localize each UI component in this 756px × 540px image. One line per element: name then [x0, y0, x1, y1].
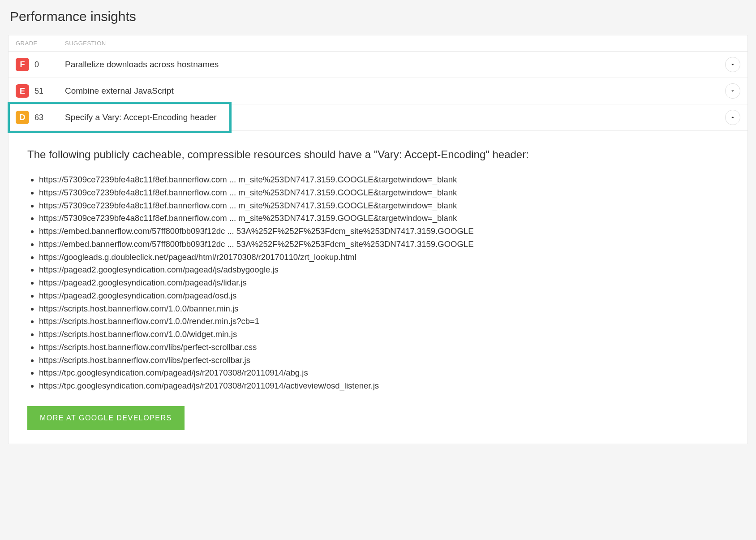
chevron-up-icon — [730, 114, 736, 121]
column-header-grade: GRADE — [16, 40, 65, 47]
list-item: https://scripts.host.bannerflow.com/libs… — [39, 341, 729, 354]
expand-toggle[interactable] — [725, 57, 740, 72]
list-item: https://57309ce7239bfe4a8c11f8ef.bannerf… — [39, 186, 729, 199]
chevron-down-icon — [730, 88, 736, 94]
list-item: https://scripts.host.bannerflow.com/1.0.… — [39, 315, 729, 328]
grade-score: 63 — [34, 113, 43, 122]
column-header-suggestion: SUGGESTION — [65, 40, 740, 47]
list-item: https://57309ce7239bfe4a8c11f8ef.bannerf… — [39, 212, 729, 225]
list-item: https://pagead2.googlesyndication.com/pa… — [39, 276, 729, 289]
suggestion-text: Specify a Vary: Accept-Encoding header — [65, 112, 720, 122]
list-item: https://57309ce7239bfe4a8c11f8ef.bannerf… — [39, 199, 729, 212]
list-item: https://pagead2.googlesyndication.com/pa… — [39, 264, 729, 276]
suggestion-text: Combine external JavaScript — [65, 86, 720, 96]
list-item: https://embed.bannerflow.com/57ff800fbb0… — [39, 225, 729, 238]
grade-badge: E — [16, 84, 29, 98]
list-item: https://scripts.host.bannerflow.com/1.0.… — [39, 302, 729, 315]
list-item: https://pagead2.googlesyndication.com/pa… — [39, 289, 729, 302]
list-item: https://googleads.g.doubleclick.net/page… — [39, 251, 729, 264]
list-item: https://scripts.host.bannerflow.com/1.0.… — [39, 328, 729, 341]
grade-badge: F — [16, 58, 29, 71]
suggestion-text: Parallelize downloads across hostnames — [65, 60, 720, 69]
list-item: https://57309ce7239bfe4a8c11f8ef.bannerf… — [39, 173, 729, 186]
grade-cell: D 63 — [16, 111, 65, 124]
grade-cell: F 0 — [16, 58, 65, 71]
list-item: https://embed.bannerflow.com/57ff800fbb0… — [39, 238, 729, 251]
list-item: https://scripts.host.bannerflow.com/libs… — [39, 354, 729, 367]
detail-description: The following publicly cacheable, compre… — [27, 146, 729, 163]
chevron-down-icon — [730, 61, 736, 68]
insight-row[interactable]: E 51 Combine external JavaScript — [9, 78, 747, 104]
grade-badge: D — [16, 111, 29, 124]
more-google-developers-button[interactable]: MORE AT GOOGLE DEVELOPERS — [27, 406, 185, 430]
list-item: https://tpc.googlesyndication.com/pagead… — [39, 380, 729, 392]
list-item: https://tpc.googlesyndication.com/pagead… — [39, 367, 729, 379]
grade-score: 51 — [34, 86, 43, 96]
insight-row[interactable]: F 0 Parallelize downloads across hostnam… — [9, 52, 747, 78]
page-title: Performance insights — [10, 9, 748, 24]
expanded-detail: The following publicly cacheable, compre… — [9, 131, 747, 444]
grade-score: 0 — [34, 60, 39, 69]
grade-cell: E 51 — [16, 84, 65, 98]
detail-url-list: https://57309ce7239bfe4a8c11f8ef.bannerf… — [27, 173, 729, 392]
table-header: GRADE SUGGESTION — [9, 35, 747, 52]
expand-toggle[interactable] — [725, 110, 740, 125]
insights-panel: GRADE SUGGESTION F 0 Parallelize downloa… — [8, 35, 748, 444]
expand-toggle[interactable] — [725, 83, 740, 99]
insight-row[interactable]: D 63 Specify a Vary: Accept-Encoding hea… — [9, 104, 747, 131]
